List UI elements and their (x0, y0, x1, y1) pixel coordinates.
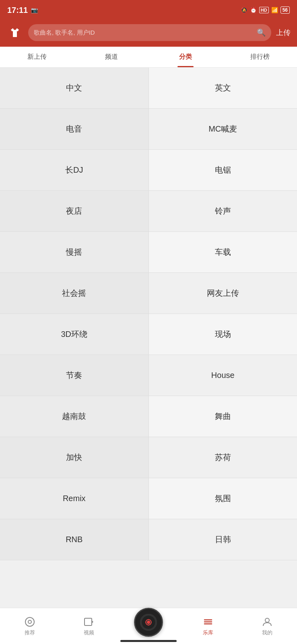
status-right: 🔕 ⏰ HD 📶 56 (241, 6, 290, 14)
nav-video-label: 视频 (84, 629, 94, 636)
nav-recommend[interactable]: 推荐 (0, 616, 60, 636)
category-row: 越南鼓舞曲 (0, 396, 297, 437)
tab-bar: 新上传 频道 分类 排行榜 (0, 47, 297, 68)
mute-icon: 🔕 (241, 7, 248, 13)
category-left-0[interactable]: 中文 (0, 68, 149, 108)
tab-ranking[interactable]: 排行榜 (223, 47, 297, 67)
search-icon[interactable]: 🔍 (257, 28, 266, 37)
search-bar[interactable]: 歌曲名, 歌手名, 用户ID 🔍 (28, 24, 271, 41)
nav-library-label: 乐库 (203, 629, 213, 636)
svg-rect-2 (85, 618, 92, 625)
category-right-4[interactable]: 车载 (149, 232, 297, 272)
category-row: 电音MC喊麦 (0, 109, 297, 150)
tab-channel[interactable]: 频道 (74, 47, 149, 67)
category-right-5[interactable]: 网友上传 (149, 273, 297, 314)
status-bar: 17:11 📷 🔕 ⏰ HD 📶 56 (0, 0, 297, 20)
category-left-3[interactable]: 夜店 (0, 191, 149, 231)
category-right-8[interactable]: 舞曲 (149, 396, 297, 437)
hd-badge: HD (259, 7, 269, 13)
category-left-2[interactable]: 长DJ (0, 150, 149, 190)
category-row: Remix氛围 (0, 478, 297, 519)
category-left-5[interactable]: 社会摇 (0, 273, 149, 314)
category-right-11[interactable]: 日韩 (149, 519, 297, 560)
nav-center-vinyl[interactable] (119, 616, 178, 637)
svg-point-0 (25, 617, 34, 626)
category-row: 慢摇车载 (0, 232, 297, 273)
nav-mine[interactable]: 我的 (237, 616, 297, 636)
header: 歌曲名, 歌手名, 用户ID 🔍 上传 (0, 20, 297, 47)
camera-icon: 📷 (31, 7, 38, 13)
category-right-1[interactable]: MC喊麦 (149, 109, 297, 149)
category-left-6[interactable]: 3D环绕 (0, 314, 149, 355)
category-row: 社会摇网友上传 (0, 273, 297, 314)
shirt-icon (6, 24, 23, 41)
category-right-2[interactable]: 电锯 (149, 150, 297, 190)
category-right-3[interactable]: 铃声 (149, 191, 297, 231)
category-left-9[interactable]: 加快 (0, 437, 149, 478)
svg-point-7 (265, 618, 269, 622)
category-row: 中文英文 (0, 68, 297, 109)
search-placeholder: 歌曲名, 歌手名, 用户ID (34, 29, 253, 37)
category-grid: 中文英文电音MC喊麦长DJ电锯夜店铃声慢摇车载社会摇网友上传3D环绕现场节奏Ho… (0, 68, 297, 608)
category-right-6[interactable]: 现场 (149, 314, 297, 355)
category-left-11[interactable]: RNB (0, 519, 149, 560)
category-right-0[interactable]: 英文 (149, 68, 297, 108)
nav-recommend-label: 推荐 (25, 629, 35, 636)
category-row: 加快苏荷 (0, 437, 297, 478)
alarm-icon: ⏰ (250, 7, 257, 13)
category-row: 长DJ电锯 (0, 150, 297, 191)
category-right-9[interactable]: 苏荷 (149, 437, 297, 478)
tab-category[interactable]: 分类 (148, 47, 223, 67)
category-right-7[interactable]: House (149, 355, 297, 396)
status-time: 17:11 (7, 6, 28, 15)
battery-icon: 56 (280, 6, 290, 14)
home-indicator (120, 640, 177, 642)
nav-library[interactable]: 乐库 (178, 616, 238, 636)
category-left-1[interactable]: 电音 (0, 109, 149, 149)
signal-icon: 📶 (271, 7, 278, 13)
category-left-8[interactable]: 越南鼓 (0, 396, 149, 437)
nav-video[interactable]: 视频 (60, 616, 119, 636)
svg-marker-3 (92, 620, 93, 623)
bottom-nav: 推荐 视频 乐库 我的 (0, 608, 297, 644)
category-left-10[interactable]: Remix (0, 478, 149, 519)
category-row: RNB日韩 (0, 519, 297, 560)
svg-point-1 (28, 620, 31, 623)
upload-button[interactable]: 上传 (276, 28, 291, 37)
vinyl-record (134, 608, 163, 637)
category-row: 3D环绕现场 (0, 314, 297, 355)
vinyl-center (146, 620, 151, 625)
nav-mine-label: 我的 (262, 629, 272, 636)
category-row: 节奏House (0, 355, 297, 396)
category-left-4[interactable]: 慢摇 (0, 232, 149, 272)
category-right-10[interactable]: 氛围 (149, 478, 297, 519)
category-left-7[interactable]: 节奏 (0, 355, 149, 396)
status-left: 17:11 📷 (7, 6, 38, 15)
tab-new[interactable]: 新上传 (0, 47, 74, 67)
category-row: 夜店铃声 (0, 191, 297, 232)
